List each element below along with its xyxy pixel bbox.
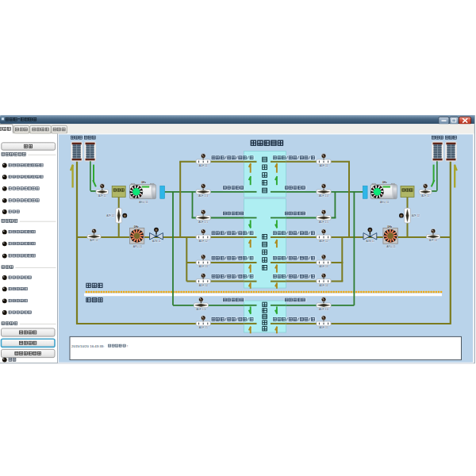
svg-text:ADF-1-6: ADF-1-6	[196, 308, 205, 311]
svg-text:AZF-11: AZF-11	[421, 194, 429, 198]
svg-text:AZF-11: AZF-11	[98, 194, 106, 198]
svg-text:AZF-13: AZF-13	[429, 239, 437, 242]
svg-text:ADF-13: ADF-13	[320, 265, 328, 268]
svg-text:0Hz: 0Hz	[141, 181, 146, 184]
svg-text:ADF-14: ADF-14	[199, 284, 208, 287]
svg-text:ADF-1-5: ADF-1-5	[198, 221, 208, 224]
svg-text:AZM-11: AZM-11	[366, 240, 374, 243]
svg-text:ADF-1-6: ADF-1-6	[319, 308, 328, 311]
svg-text:!: !	[127, 344, 128, 348]
svg-text:AZM-11: AZM-11	[152, 240, 161, 243]
svg-text:0Hz: 0Hz	[387, 225, 392, 228]
svg-text:AZF-13: AZF-13	[90, 239, 98, 242]
svg-text:0Hz: 0Hz	[134, 225, 139, 228]
svg-text:ADF-15: ADF-15	[199, 326, 208, 329]
svg-text:ADF-12: ADF-12	[320, 240, 328, 243]
svg-text:ADF-14: ADF-14	[320, 284, 328, 287]
svg-text:ADF-12: ADF-12	[199, 240, 208, 243]
svg-text:ADF-11: ADF-11	[199, 164, 208, 167]
svg-text:APU-11: APU-11	[133, 245, 142, 248]
svg-text:ADF-13: ADF-13	[199, 265, 208, 268]
svg-text:ADF-1-5: ADF-1-5	[319, 221, 328, 224]
svg-text:2015/10/20 16:43:33:: 2015/10/20 16:43:33:	[71, 344, 105, 348]
svg-text:0Hz: 0Hz	[382, 181, 387, 184]
svg-text:AKU-11: AKU-11	[380, 201, 389, 204]
svg-text:APU-11: APU-11	[386, 245, 395, 248]
svg-text:AKU-11: AKU-11	[139, 201, 148, 204]
svg-text:AZF-12: AZF-12	[106, 214, 114, 217]
svg-text:ADF-11: ADF-11	[320, 164, 328, 167]
svg-text:ADF-1-4: ADF-1-4	[198, 194, 208, 198]
svg-text:ADF-15: ADF-15	[320, 326, 328, 329]
svg-text:ADF-1-4: ADF-1-4	[319, 194, 328, 198]
svg-text:AZF-12: AZF-12	[412, 214, 420, 217]
